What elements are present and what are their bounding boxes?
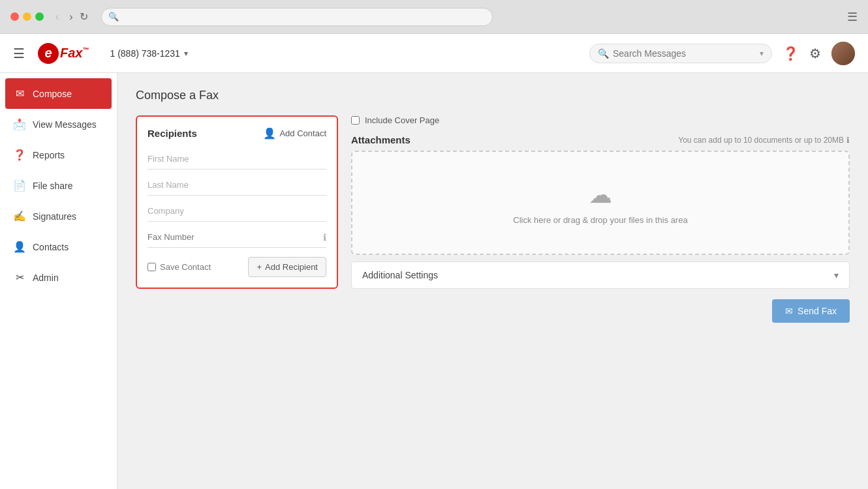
view-messages-icon: 📩 [13,118,26,130]
phone-selector[interactable]: 1 (888) 738-1231 ▾ [110,48,187,59]
recipients-panel: Recipients 👤 Add Contact [136,115,338,289]
compose-grid: Recipients 👤 Add Contact [136,115,850,323]
add-contact-label: Add Contact [279,128,326,138]
sidebar-label-admin: Admin [33,273,59,283]
company-input[interactable] [147,201,326,222]
app-logo: e Fax™ [38,43,89,64]
sidebar: ✉ Compose 📩 View Messages ❓ Reports 📄 Fi… [0,73,117,489]
additional-settings-row[interactable]: Additional Settings ▾ [351,261,850,289]
content-area: Compose a Fax Recipients 👤 Add Contact [117,73,868,489]
first-name-field [147,149,326,170]
sidebar-label-contacts: Contacts [33,242,69,252]
sidebar-toggle-icon[interactable]: ☰ [13,46,25,61]
add-recipient-button[interactable]: + Add Recipient [248,257,326,277]
last-name-input[interactable] [147,175,326,196]
sidebar-item-contacts[interactable]: 👤 Contacts [0,231,117,262]
contacts-icon: 👤 [13,241,26,253]
nav-buttons: ‹ › ↻ [52,10,88,24]
sidebar-label-compose: Compose [33,89,72,99]
admin-icon: ✂ [13,271,26,284]
sidebar-item-reports[interactable]: ❓ Reports [0,140,117,170]
browser-search-bar[interactable]: 🔍 [101,8,493,26]
first-name-input[interactable] [147,149,326,170]
add-recipient-plus-icon: + [256,262,262,272]
recipients-header: Recipients 👤 Add Contact [147,127,326,140]
phone-caret-icon: ▾ [184,49,188,58]
save-contact-checkbox[interactable] [147,263,156,271]
attachments-hint: You can add up to 10 documents or up to … [678,136,850,145]
attachments-header: Attachments You can add up to 10 documen… [351,134,850,145]
recipients-title: Recipients [147,128,197,139]
cover-page-label: Include Cover Page [365,115,439,125]
browser-menu-button[interactable]: ☰ [847,10,858,24]
browser-chrome: ‹ › ↻ 🔍 ☰ [0,0,868,34]
sidebar-item-signatures[interactable]: ✍ Signatures [0,201,117,231]
header-right: 🔍 ▾ ❓ ⚙ [589,42,855,65]
panel-footer: Save Contact + Add Recipient [147,257,326,277]
avatar-image [831,42,855,65]
drop-zone-text: Click here or drag & drop your files in … [513,215,687,225]
save-contact-label[interactable]: Save Contact [147,262,211,272]
search-icon: 🔍 [598,48,609,59]
upload-cloud-icon: ☁ [589,181,612,209]
send-fax-row: ✉ Send Fax [351,299,850,323]
sidebar-label-signatures: Signatures [33,211,76,222]
save-contact-text: Save Contact [160,262,211,272]
company-field [147,201,326,222]
reload-button[interactable]: ↻ [80,10,88,24]
user-avatar[interactable] [831,42,855,65]
sidebar-item-file-share[interactable]: 📄 File share [0,170,117,201]
sidebar-item-view-messages[interactable]: 📩 View Messages [0,109,117,140]
additional-settings-label: Additional Settings [362,270,438,280]
last-name-field [147,175,326,196]
maximize-button[interactable] [35,12,44,21]
send-fax-button[interactable]: ✉ Send Fax [772,299,850,323]
main-layout: ✉ Compose 📩 View Messages ❓ Reports 📄 Fi… [0,73,868,489]
cover-page-checkbox[interactable] [351,116,360,125]
forward-button[interactable]: › [65,10,76,24]
logo-tm: ™ [82,46,89,53]
back-button[interactable]: ‹ [52,10,63,24]
sidebar-item-admin[interactable]: ✂ Admin [0,262,117,293]
help-icon[interactable]: ❓ [783,46,799,61]
fax-number-input[interactable] [147,227,319,247]
logo-text: Fax™ [60,46,89,61]
search-messages-input[interactable] [613,48,756,59]
close-button[interactable] [10,12,19,21]
right-panel: Include Cover Page Attachments You can a… [351,115,850,323]
add-contact-button[interactable]: 👤 Add Contact [263,127,326,140]
phone-number: 1 (888) 738-1231 [110,48,179,59]
search-messages-bar[interactable]: 🔍 ▾ [589,44,772,63]
sidebar-label-reports: Reports [33,150,65,160]
add-contact-icon: 👤 [263,127,276,140]
settings-icon[interactable]: ⚙ [809,46,821,61]
search-icon: 🔍 [108,12,119,22]
minimize-button[interactable] [23,12,31,21]
attachments-hint-text: You can add up to 10 documents or up to … [678,136,844,145]
attachments-info-icon: ℹ [846,136,850,145]
file-share-icon: 📄 [13,179,26,192]
fax-number-field: ℹ [147,227,326,248]
page-title: Compose a Fax [136,89,850,102]
file-drop-zone[interactable]: ☁ Click here or drag & drop your files i… [351,151,850,255]
fax-info-icon[interactable]: ℹ [323,232,326,243]
send-fax-label: Send Fax [798,306,837,316]
sidebar-item-compose[interactable]: ✉ Compose [5,78,112,109]
attachments-title: Attachments [351,134,411,145]
signatures-icon: ✍ [13,210,26,222]
send-fax-icon: ✉ [785,306,793,316]
sidebar-label-view-messages: View Messages [33,119,97,130]
app-header: ☰ e Fax™ 1 (888) 738-1231 ▾ 🔍 ▾ ❓ ⚙ [0,34,868,73]
add-recipient-label: Add Recipient [265,262,318,272]
reports-icon: ❓ [13,149,26,161]
cover-page-row: Include Cover Page [351,115,850,125]
logo-e: e [38,43,59,64]
sidebar-label-file-share: File share [33,181,72,191]
search-caret-icon: ▾ [760,49,764,58]
chevron-down-icon: ▾ [834,270,839,280]
compose-icon: ✉ [13,87,26,100]
traffic-lights [10,12,44,21]
